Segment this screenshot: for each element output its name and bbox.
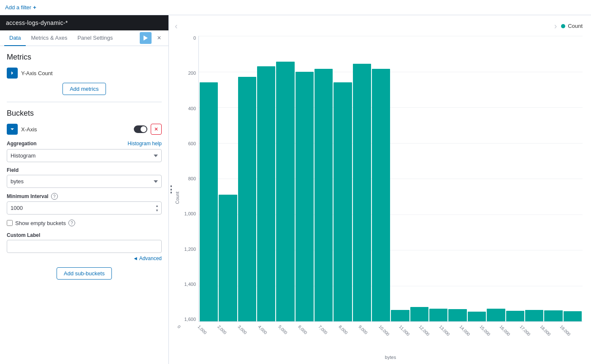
chart-nav-right-icon[interactable]: ›	[553, 19, 559, 33]
x-label-8000: 8,000	[341, 322, 361, 343]
y-labels-col: 1,600 1,400 1,200 1,000 800 600 400 200 …	[180, 36, 198, 322]
legend-dot	[561, 24, 565, 28]
y-label-1000: 1,000	[180, 212, 198, 216]
x-label-15000: 15,000	[482, 322, 502, 343]
delete-button[interactable]: ✕	[151, 124, 162, 135]
bar-18000	[544, 310, 562, 321]
x-label-1000: 1,000	[200, 322, 220, 343]
buckets-title: Buckets	[7, 109, 162, 118]
custom-label-input[interactable]	[7, 240, 162, 253]
aggregation-select[interactable]: Histogram	[7, 149, 162, 162]
chevron-down-icon	[11, 128, 14, 131]
add-filter-link[interactable]: Add a filter +	[5, 4, 36, 11]
bar-7000	[333, 82, 352, 321]
advanced-link[interactable]: ◄ Advanced	[133, 255, 162, 261]
aggregation-row: Aggregation Histogram help Histogram	[7, 141, 162, 162]
bar-14000	[468, 312, 486, 321]
bar-4000	[276, 62, 294, 321]
y-label-400: 400	[180, 106, 198, 111]
aggregation-label: Aggregation	[7, 141, 37, 147]
chart-header: ‹ › Count	[173, 19, 583, 33]
min-interval-input-wrap: ▲ ▼	[7, 201, 162, 215]
x-label-2000: 2,000	[220, 322, 240, 343]
x-label-9000: 9,000	[361, 322, 381, 343]
play-icon	[144, 35, 148, 41]
metric-expand-button[interactable]	[7, 68, 18, 79]
buckets-section: Buckets X-Axis ✕ Aggr	[7, 109, 162, 280]
x-label-5000: 5,000	[281, 322, 301, 343]
advanced-row: ◄ Advanced	[7, 255, 162, 261]
show-empty-buckets-help-icon[interactable]: ?	[68, 220, 75, 226]
x-labels-row: 01,0002,0003,0004,0005,0006,0007,0008,00…	[180, 322, 583, 343]
show-empty-buckets-row: Show empty buckets ?	[7, 220, 162, 226]
y-label-1200: 1,200	[180, 247, 198, 252]
field-row: Field bytes	[7, 167, 162, 188]
main-container: access-logs-dynamic-* Data Metrics & Axe…	[0, 15, 591, 364]
tab-metrics-axes[interactable]: Metrics & Axes	[26, 30, 72, 46]
x-label-7000: 7,000	[321, 322, 341, 343]
panel-content: Metrics Y-Axis Count Add metrics	[0, 46, 168, 364]
bucket-expand-button[interactable]	[7, 124, 18, 135]
svg-marker-1	[11, 71, 13, 75]
bar-15000	[487, 309, 505, 321]
x-label-18000: 18,000	[542, 322, 563, 343]
metric-row: Y-Axis Count	[7, 68, 162, 79]
metrics-title: Metrics	[7, 53, 162, 62]
svg-marker-2	[11, 128, 14, 130]
custom-label-section: Custom Label	[7, 232, 162, 253]
show-empty-buckets-checkbox[interactable]	[7, 220, 13, 226]
bar-9000	[372, 69, 390, 321]
x-label-6000: 6,000	[301, 322, 321, 343]
x-label-11000: 11,000	[401, 322, 422, 343]
bar-3000	[257, 66, 275, 321]
bar-16000	[506, 311, 524, 321]
x-label-4000: 4,000	[260, 322, 281, 343]
index-header: access-logs-dynamic-*	[0, 15, 168, 30]
field-label: Field	[7, 167, 162, 173]
y-axis-title: Count	[173, 36, 180, 360]
bar-13000	[448, 309, 466, 321]
chart-area: Count 1,600 1,400 1,200 1,000 800 600 40…	[173, 36, 583, 360]
tab-panel-settings[interactable]: Panel Settings	[72, 30, 118, 46]
spinner-up-button[interactable]: ▲	[154, 204, 160, 208]
tab-data[interactable]: Data	[4, 30, 26, 46]
right-panel: ‹ › Count Count 1,600 1,400 1,2	[169, 15, 591, 364]
y-label-200: 200	[180, 71, 198, 76]
min-interval-input[interactable]	[7, 201, 162, 215]
x-label-13000: 13,000	[442, 322, 462, 343]
aggregation-label-row: Aggregation Histogram help	[7, 141, 162, 147]
histogram-help-link[interactable]: Histogram help	[127, 141, 162, 147]
top-bar: Add a filter +	[0, 0, 591, 15]
close-button[interactable]: ×	[154, 33, 164, 43]
chart-wrapper: 1,600 1,400 1,200 1,000 800 600 400 200 …	[180, 36, 583, 360]
field-select[interactable]: bytes	[7, 175, 162, 188]
tabs-bar: Data Metrics & Axes Panel Settings ×	[0, 30, 168, 46]
show-empty-buckets-label: Show empty buckets	[15, 220, 66, 226]
legend-label: Count	[568, 23, 583, 29]
bar-10000	[391, 310, 409, 321]
spinner-down-button[interactable]: ▼	[154, 208, 160, 212]
index-name: access-logs-dynamic-*	[6, 19, 68, 26]
left-panel: access-logs-dynamic-* Data Metrics & Axe…	[0, 15, 169, 364]
chevron-right-icon	[11, 71, 14, 75]
add-metrics-button[interactable]: Add metrics	[62, 83, 106, 95]
min-interval-help-icon[interactable]: ?	[51, 193, 58, 200]
x-label-14000: 14,000	[462, 322, 482, 343]
drag-handle-icon[interactable]: ⋮	[166, 185, 174, 194]
x-label-16000: 16,000	[502, 322, 522, 343]
metric-label: Y-Axis Count	[21, 70, 53, 76]
toggle-switch[interactable]	[134, 125, 147, 133]
bar-1000	[219, 195, 237, 321]
play-button[interactable]	[140, 32, 152, 44]
y-label-1400: 1,400	[180, 282, 198, 287]
bar-5000	[296, 72, 314, 322]
delete-icon: ✕	[154, 126, 158, 132]
chart-nav-left-icon[interactable]: ‹	[173, 19, 179, 33]
bar-19000	[564, 311, 582, 322]
bar-12000	[429, 309, 447, 321]
min-interval-label: Minimum Interval	[7, 193, 49, 199]
x-label-19000: 19,000	[562, 322, 583, 343]
bar-2000	[238, 77, 256, 321]
add-sub-buckets-button[interactable]: Add sub-buckets	[57, 267, 112, 280]
y-label-1600: 1,600	[180, 317, 198, 322]
